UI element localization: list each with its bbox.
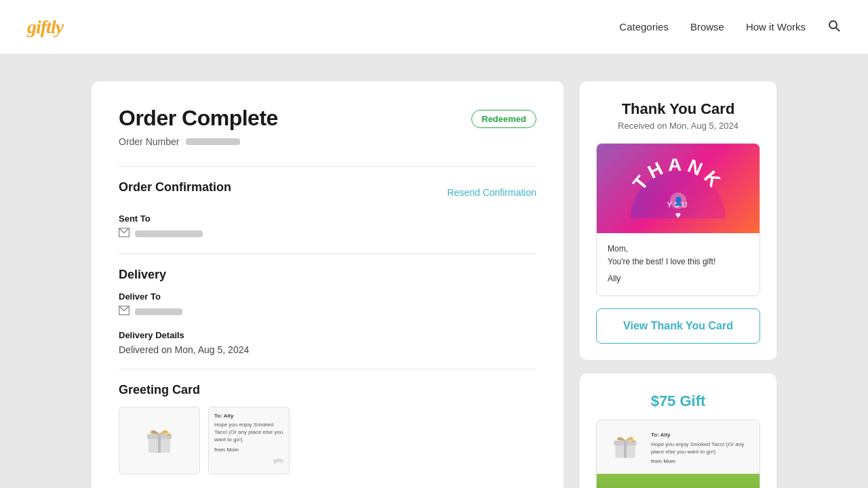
search-icon[interactable] xyxy=(827,19,841,35)
delivery-section: Delivery Deliver To Delivery Details Del… xyxy=(119,268,536,355)
divider-3 xyxy=(119,369,536,369)
nav-browse[interactable]: Browse xyxy=(690,21,724,33)
email-icon-sent xyxy=(119,228,130,240)
ty-message-line1: Mom, xyxy=(608,243,749,256)
thank-you-arc-svg: THANK YOU ♥ 👤 xyxy=(624,159,732,220)
deliver-to-field xyxy=(119,306,536,318)
greeting-message: Hope you enjoy Smoked Taco! (Or any plac… xyxy=(214,421,283,444)
greeting-card-2[interactable]: To: Ally Hope you enjoy Smoked Taco! (Or… xyxy=(208,407,290,474)
gift-card-visual: ★ ★ To: Ally Hope you enjoy Smoked Taco!… xyxy=(596,420,760,488)
greeting-card-title: Greeting Card xyxy=(119,383,536,397)
ty-message-line3: Ally xyxy=(608,272,749,285)
greeting-to: To: Ally xyxy=(214,413,283,419)
ty-message-line2: You're the best! I love this gift! xyxy=(608,256,749,268)
main-content: Order Complete Redeemed Order Number Ord… xyxy=(78,54,790,488)
thank-you-card-box: Thank You Card Received on Mon, Aug 5, 2… xyxy=(580,81,776,360)
gift-card-icon-area: ★ ★ xyxy=(605,428,646,466)
order-header: Order Complete Redeemed xyxy=(119,106,536,131)
taco-image: 🌮 xyxy=(597,474,760,488)
svg-text:♥: ♥ xyxy=(675,209,681,220)
resend-confirmation-link[interactable]: Resend Confirmation xyxy=(447,187,536,198)
nav: Categories Browse How it Works xyxy=(619,19,841,35)
ty-card-top: THANK YOU ♥ 👤 xyxy=(597,144,760,233)
gift-message: Hope you enjoy Smoked Taco! (Or any plac… xyxy=(651,441,751,455)
confirmation-title: Order Confirmation xyxy=(119,180,231,195)
divider-2 xyxy=(119,253,536,254)
order-number-row: Order Number xyxy=(119,136,536,147)
gift-card-text-area: To: Ally Hope you enjoy Smoked Taco! (Or… xyxy=(651,428,751,466)
gift-amount: $75 Gift xyxy=(596,392,760,410)
ty-card-visual: THANK YOU ♥ 👤 xyxy=(596,143,760,296)
deliver-to-value xyxy=(135,308,182,315)
header: giftly Categories Browse How it Works xyxy=(0,0,868,54)
delivery-title: Delivery xyxy=(119,268,536,282)
sent-to-label: Sent To xyxy=(119,214,536,224)
ty-arch: THANK YOU ♥ 👤 xyxy=(624,157,732,222)
gift-to: To: Ally xyxy=(651,431,751,439)
deliver-to-label: Deliver To xyxy=(119,291,536,302)
greeting-footer: giftly xyxy=(214,458,283,463)
view-thank-you-card-button[interactable]: View Thank You Card xyxy=(596,308,760,344)
svg-text:★: ★ xyxy=(166,432,171,438)
nav-categories[interactable]: Categories xyxy=(619,21,669,33)
svg-point-0 xyxy=(829,21,837,28)
delivery-details-label: Delivery Details xyxy=(119,330,536,340)
svg-text:👤: 👤 xyxy=(673,196,684,206)
nav-how-it-works[interactable]: How it Works xyxy=(746,21,806,33)
svg-rect-16 xyxy=(624,441,627,458)
gift-box: $75 Gift ★ ★ xyxy=(580,373,776,488)
logo[interactable]: giftly xyxy=(27,16,63,38)
order-title: Order Complete xyxy=(119,106,278,131)
greeting-card-section: Greeting Card ★ ★ xyxy=(119,383,536,474)
greeting-cards-row: ★ ★ To: Ally Hope you enjoy Smoked Taco!… xyxy=(119,407,536,474)
greeting-from: from Mom xyxy=(214,447,283,453)
svg-text:★: ★ xyxy=(629,436,633,440)
sent-to-value xyxy=(135,230,203,237)
order-number-value xyxy=(186,138,240,145)
gift-from: from Mom xyxy=(651,458,751,466)
svg-rect-6 xyxy=(158,434,161,453)
email-icon-delivery xyxy=(119,306,130,318)
ty-card-title: Thank You Card xyxy=(596,100,760,118)
delivery-details-section: Delivery Details Delivered on Mon, Aug 5… xyxy=(119,330,536,355)
delivery-date: Delivered on Mon, Aug 5, 2024 xyxy=(119,344,536,355)
left-panel: Order Complete Redeemed Order Number Ord… xyxy=(92,81,564,488)
gift-card-top: ★ ★ To: Ally Hope you enjoy Smoked Taco!… xyxy=(597,420,760,474)
gift-card-icon: ★ ★ xyxy=(609,430,642,463)
right-panel: Thank You Card Received on Mon, Aug 5, 2… xyxy=(580,81,776,488)
svg-text:★: ★ xyxy=(163,429,167,433)
svg-line-1 xyxy=(836,28,840,31)
ty-card-bottom: Mom, You're the best! I love this gift! … xyxy=(597,233,760,296)
redeemed-badge: Redeemed xyxy=(471,110,536,128)
sent-to-field xyxy=(119,228,536,240)
section-header-confirmation: Order Confirmation Resend Confirmation xyxy=(119,180,536,204)
divider-1 xyxy=(119,166,536,167)
ty-card-subtitle: Received on Mon, Aug 5, 2024 xyxy=(596,121,760,131)
order-confirmation-section: Order Confirmation Resend Confirmation S… xyxy=(119,180,536,240)
order-number-label: Order Number xyxy=(119,136,179,147)
greeting-card-1[interactable]: ★ ★ xyxy=(119,407,200,474)
